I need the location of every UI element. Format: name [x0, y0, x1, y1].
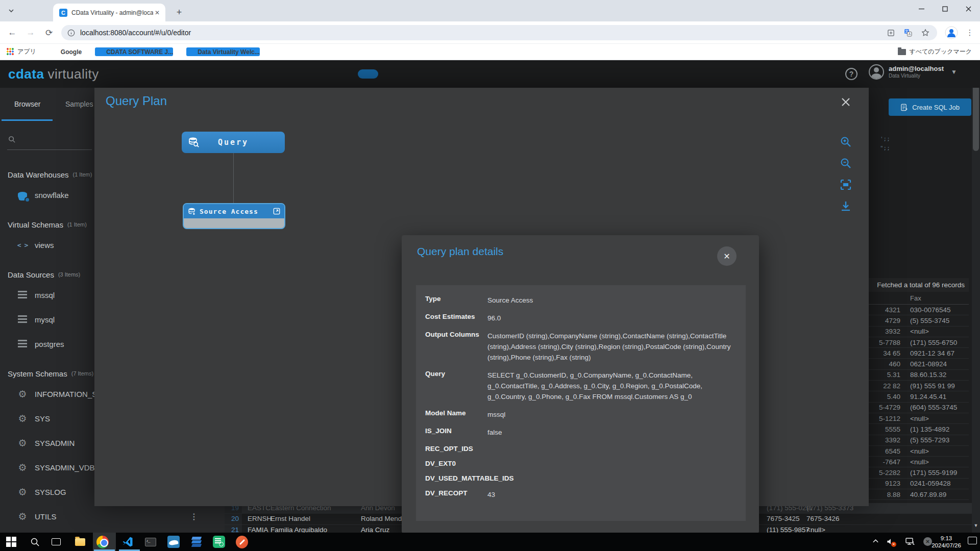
results-grid-row[interactable]: 9123 0241-059428: [869, 479, 969, 489]
browser-toolbar: ← → ⟳ localhost:8080/account/#/u/0/edito…: [0, 21, 980, 44]
taskbar-search-icon[interactable]: [29, 536, 41, 548]
fit-to-screen-icon[interactable]: [839, 178, 853, 192]
tab-browser[interactable]: Browser: [14, 100, 40, 108]
phone-cell: 6545: [869, 447, 900, 455]
tab-search-chevron-icon[interactable]: [5, 5, 17, 17]
search-icon: [8, 136, 16, 143]
all-bookmarks-button[interactable]: すべてのブックマーク: [898, 47, 972, 56]
fax-cell: 40.67.89.89: [910, 491, 946, 498]
phone-cell: 460: [869, 360, 900, 368]
expand-node-icon[interactable]: [273, 208, 280, 215]
reload-button[interactable]: ⟳: [42, 26, 56, 40]
tab-samples[interactable]: Samples: [65, 100, 93, 108]
results-grid-row[interactable]: 5-2282 (171) 555-9199: [869, 467, 969, 478]
start-button[interactable]: [5, 536, 17, 548]
folder-icon: [898, 49, 906, 55]
bookmark-item[interactable]: アプリ: [6, 47, 36, 56]
customer-id-cell: ERNSH: [248, 515, 272, 522]
results-grid-row[interactable]: 3392 (5) 555-7293: [869, 435, 969, 446]
window-close-button[interactable]: [957, 0, 980, 17]
query-plan-modal: Query Plan Query: [94, 88, 869, 506]
results-grid-row[interactable]: 5555 (1) 135-4892: [869, 424, 969, 435]
search-input[interactable]: [7, 149, 92, 150]
page-scrollbar[interactable]: ▲ ▼: [972, 60, 980, 533]
forward-button[interactable]: →: [23, 26, 38, 40]
detail-value: false: [487, 427, 746, 438]
terminal-icon[interactable]: [144, 536, 157, 548]
window-controls: [910, 0, 980, 17]
task-view-icon[interactable]: [50, 536, 62, 548]
download-icon[interactable]: [839, 199, 853, 213]
results-grid-row[interactable]: 460 0621-08924: [869, 359, 969, 369]
results-grid-row[interactable]: 5-1212 <null>: [869, 413, 969, 424]
app-logo[interactable]: cdatavirtuality: [8, 66, 99, 82]
detail-row: DV_RECOPT 43: [416, 486, 746, 504]
detail-row: Type Source Access: [416, 291, 746, 309]
results-grid-row[interactable]: 4729 (5) 555-3745: [869, 315, 969, 326]
browser-profile-icon[interactable]: [944, 26, 959, 40]
window-minimize-button[interactable]: [910, 0, 933, 17]
url-text[interactable]: localhost:8080/account/#/u/0/editor: [80, 29, 879, 37]
svg-text:A: A: [908, 32, 911, 36]
results-grid-row[interactable]: 8.88 40.67.89.89: [869, 489, 969, 500]
results-grid-row[interactable]: 22 82 (91) 555 91 99: [869, 381, 969, 391]
kebab-menu-icon[interactable]: ⋮: [190, 512, 198, 521]
results-grid-row[interactable]: 5.31 88.60.15.32: [869, 370, 969, 381]
results-grid-row[interactable]: 4321 030-0076545: [869, 305, 969, 315]
account-menu[interactable]: admin@localhost Data Virtuality ▼: [869, 64, 957, 80]
bookmark-item[interactable]: Google: [50, 47, 82, 56]
query-node[interactable]: Query: [182, 132, 285, 153]
hidden-icons-chevron-icon[interactable]: [872, 538, 879, 543]
vscode-icon[interactable]: [121, 536, 134, 548]
new-tab-button[interactable]: +: [173, 6, 186, 19]
mysql-workbench-icon[interactable]: [167, 536, 180, 548]
file-explorer-icon[interactable]: [74, 536, 86, 548]
translate-icon[interactable]: 文A: [902, 27, 914, 38]
results-grid-partial: Fax 4321 030-0076545 4729 (5) 555-3745 3…: [869, 292, 969, 533]
back-button[interactable]: ←: [5, 26, 19, 40]
results-grid-row[interactable]: -7647 <null>: [869, 457, 969, 467]
page-info-icon[interactable]: [67, 29, 75, 37]
sidebar-entry-label: views: [35, 241, 54, 249]
bookmark-star-icon[interactable]: [920, 27, 931, 38]
chrome-icon[interactable]: [96, 536, 109, 548]
sidebar-entry-label: SYSLOG: [35, 488, 66, 496]
address-bar[interactable]: localhost:8080/account/#/u/0/editor 文A: [61, 25, 937, 40]
window-maximize-button[interactable]: [933, 0, 957, 17]
layers-app-icon[interactable]: [190, 536, 203, 548]
network-icon[interactable]: [905, 538, 915, 545]
fax-grid-rows: 4321 030-0076545 4729 (5) 555-3745 3932 …: [869, 305, 969, 533]
modal-close-icon[interactable]: [839, 95, 853, 109]
results-grid-row[interactable]: 5-7788 (171) 555-6750: [869, 337, 969, 348]
bookmark-item[interactable]: Data Virtuality Welc...: [186, 47, 260, 56]
results-grid-row[interactable]: 6545 <null>: [869, 446, 969, 457]
notifications-icon[interactable]: [968, 537, 977, 544]
results-grid-row[interactable]: 34 65 0921-12 34 67: [869, 348, 969, 359]
create-sql-job-button[interactable]: Create SQL Job: [889, 98, 971, 116]
taskbar-clock[interactable]: 9:13 2024/07/26: [928, 535, 965, 549]
fax-column-header[interactable]: Fax: [869, 292, 969, 305]
browser-menu-icon[interactable]: ⋮: [965, 26, 975, 40]
help-icon[interactable]: ?: [845, 68, 857, 80]
zoom-out-icon[interactable]: [839, 156, 853, 170]
results-grid-row[interactable]: 5-4729 (604) 555-3745: [869, 403, 969, 413]
sidebar-entry[interactable]: UTILS ⋮: [0, 504, 225, 529]
bookmark-item[interactable]: CDATA SOFTWARE J...: [95, 47, 173, 56]
sidebar-entry-label: Data Warehouses: [8, 170, 69, 179]
results-grid-row[interactable]: 5.40 91.24.45.41: [869, 391, 969, 402]
fax-cell: 7675-3426: [806, 515, 840, 522]
nav-item[interactable]: [358, 69, 378, 79]
database-tool-icon[interactable]: [213, 536, 225, 548]
dialog-close-button[interactable]: ✕: [717, 246, 737, 266]
volume-muted-icon[interactable]: ✕: [886, 538, 894, 545]
open-in-window-icon[interactable]: [885, 27, 896, 38]
scroll-down-icon[interactable]: ▼: [972, 520, 980, 531]
phone-cell: 8.88: [869, 491, 900, 498]
browser-tab[interactable]: C CData Virtuality - admin@locall ✕: [53, 4, 165, 21]
zoom-in-icon[interactable]: [839, 135, 853, 149]
plan-toolbar: [838, 135, 853, 213]
tab-close-icon[interactable]: ✕: [153, 9, 161, 17]
pen-tool-icon[interactable]: [236, 536, 248, 548]
source-access-node[interactable]: Source Access: [183, 203, 285, 229]
results-grid-row[interactable]: 3932 <null>: [869, 327, 969, 337]
